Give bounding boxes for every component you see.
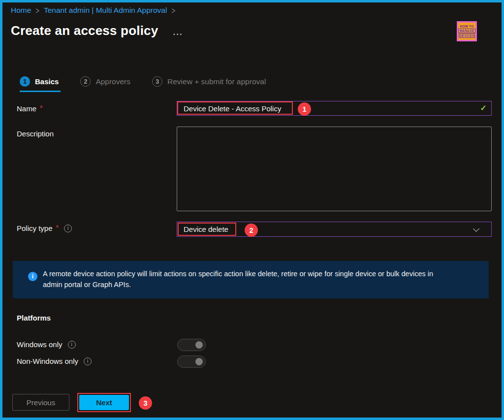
description-textarea[interactable]: [177, 127, 492, 211]
name-input[interactable]: Device Delete - Access Policy ✓: [177, 101, 492, 116]
page-title: Create an access policy: [11, 23, 158, 38]
create-access-policy-page: Home > Tenant admin | Multi Admin Approv…: [0, 0, 504, 420]
windows-only-toggle[interactable]: [177, 339, 206, 351]
valid-check-icon: ✓: [480, 103, 487, 113]
tab-basics[interactable]: 1 Basics: [20, 76, 59, 87]
breadcrumb-separator-icon: >: [171, 5, 175, 16]
logo-line: DEVICES: [459, 33, 475, 38]
breadcrumb-separator-icon: >: [35, 5, 39, 16]
title-row: Create an access policy ...: [11, 23, 183, 38]
toggle-knob: [195, 358, 203, 365]
annotation-circle-2: 2: [245, 224, 258, 237]
breadcrumb: Home > Tenant admin | Multi Admin Approv…: [11, 6, 175, 15]
breadcrumb-tenant-admin-link[interactable]: Tenant admin | Multi Admin Approval: [44, 6, 167, 15]
required-asterisk: *: [40, 104, 42, 112]
info-banner: i A remote device action policy will lim…: [13, 261, 489, 298]
step-label: Basics: [35, 77, 59, 86]
wizard-steps: 1 Basics 2 Approvers 3 Review + submit f…: [20, 76, 266, 87]
logo-line: MANAGE: [458, 29, 475, 33]
policy-type-dropdown[interactable]: Device delete: [177, 222, 492, 237]
name-input-value: Device Delete - Access Policy: [184, 104, 281, 113]
more-options-icon[interactable]: ...: [173, 25, 183, 37]
policy-type-label: Policy type * i: [17, 224, 72, 232]
chevron-down-icon: [473, 226, 479, 232]
step-number-badge: 3: [152, 76, 162, 87]
description-label: Description: [17, 129, 54, 138]
tab-review-submit[interactable]: 3 Review + submit for approval: [152, 76, 266, 87]
info-icon[interactable]: i: [84, 357, 92, 365]
policy-type-value: Device delete: [184, 225, 228, 233]
info-icon[interactable]: i: [68, 341, 76, 349]
non-windows-only-label: Non-Windows only i: [17, 357, 92, 365]
required-asterisk: *: [56, 224, 59, 231]
annotation-circle-3: 3: [139, 396, 152, 410]
info-icon[interactable]: i: [64, 225, 72, 232]
info-banner-icon: i: [28, 272, 37, 281]
name-label: Name *: [17, 104, 42, 113]
step-label: Review + submit for approval: [167, 77, 266, 86]
step-number-badge: 2: [80, 76, 91, 87]
info-banner-text: A remote device action policy will limit…: [43, 268, 481, 290]
active-tab-underline: [20, 91, 61, 92]
tab-approvers[interactable]: 2 Approvers: [80, 76, 130, 87]
annotation-circle-1: 1: [298, 102, 311, 116]
previous-button[interactable]: Previous: [12, 394, 69, 411]
non-windows-only-toggle[interactable]: [177, 355, 206, 368]
how-to-manage-devices-logo: HOW TO MANAGE DEVICES: [457, 21, 477, 41]
annotation-box-next: Next: [77, 393, 131, 412]
step-label: Approvers: [95, 77, 130, 86]
next-button[interactable]: Next: [79, 395, 129, 410]
breadcrumb-home-link[interactable]: Home: [11, 6, 31, 15]
windows-only-label: Windows only i: [17, 340, 76, 349]
platforms-heading: Platforms: [17, 314, 51, 322]
step-number-badge: 1: [20, 76, 30, 87]
toggle-knob: [195, 341, 203, 349]
logo-line: HOW TO: [460, 25, 474, 28]
